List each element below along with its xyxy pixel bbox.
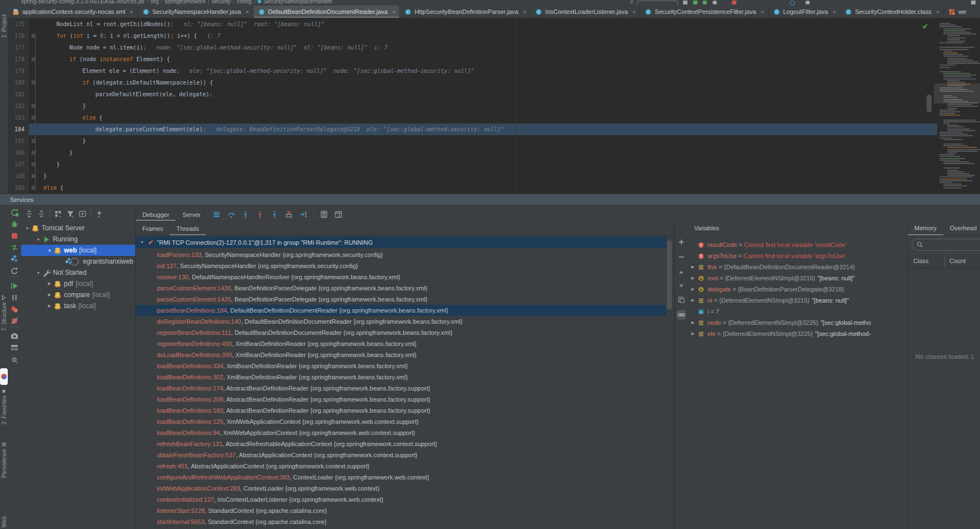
tree-item-not-started[interactable]: ▼Not Started — [21, 267, 135, 278]
code-line[interactable]: } — [29, 147, 937, 159]
code-line[interactable]: } — [29, 135, 937, 147]
code-line[interactable]: if (node instanceof Element) { — [29, 53, 937, 65]
editor-tab[interactable]: CSecurityNamespaceHandler.java× — [138, 6, 254, 18]
step-into-button[interactable] — [240, 210, 252, 220]
code-minimap[interactable] — [937, 18, 980, 194]
stack-frame-row[interactable]: refreshBeanFactory:131, AbstractRefresha… — [136, 438, 666, 449]
resume-button[interactable] — [10, 281, 19, 290]
fold-marker-icon[interactable] — [32, 81, 36, 85]
step-over-button[interactable] — [225, 210, 237, 220]
stack-frame-row[interactable]: initWebApplicationContext:283, ContextLo… — [136, 483, 666, 494]
frames-scrollbar-thumb[interactable] — [667, 240, 672, 309]
inspections-ok-icon[interactable]: ✔ — [922, 22, 928, 31]
code-line[interactable]: else { — [29, 112, 937, 123]
memory-column-headers[interactable]: ClassCount — [908, 253, 980, 269]
chevron-down-icon[interactable]: ▼ — [47, 249, 52, 253]
hide-windows-icon[interactable] — [971, 1, 976, 4]
collapse-all-button[interactable] — [37, 210, 46, 218]
run-icon[interactable] — [693, 1, 697, 4]
stop-icon[interactable] — [732, 1, 736, 4]
drop-frame-button[interactable] — [283, 210, 295, 220]
code-line[interactable]: Element ele = (Element) node;ele: "[sec:… — [29, 65, 937, 77]
add-watch-button[interactable] — [677, 238, 686, 246]
tree-item-compare[interactable]: ▶compare[local] — [21, 289, 135, 300]
chevron-right-icon[interactable]: ▶ — [691, 276, 696, 280]
filter-button[interactable] — [66, 210, 75, 218]
column-header-count[interactable]: Count — [949, 258, 966, 264]
move-up-button[interactable] — [677, 268, 686, 276]
editor-tab[interactable]: CSecurityContextHolder.class× — [840, 6, 944, 18]
stripe-item-persistence[interactable]: Persistence — [0, 442, 8, 478]
stack-frame-row[interactable]: refresh:451, AbstractApplicationContext … — [136, 461, 666, 472]
breadcrumb[interactable]: spring-security-config-3.1.0.RELEASE-sou… — [21, 0, 333, 4]
coverage-icon[interactable] — [712, 1, 717, 4]
fold-marker-icon[interactable] — [32, 162, 36, 166]
fold-marker-icon[interactable] — [32, 151, 36, 155]
editor-code-area[interactable]: NodeList nl = root.getChildNodes();nl: "… — [29, 18, 937, 194]
chevron-right-icon[interactable]: ▶ — [47, 281, 52, 286]
breadcrumb-segment[interactable]: security — [211, 0, 230, 4]
stack-frame-row[interactable]: listenerStart:5128, StandardContext {org… — [136, 505, 666, 516]
load-classes-link[interactable]: L — [971, 353, 974, 360]
stack-frame-row[interactable]: loadBeanDefinitions:94, XmlWebApplicatio… — [136, 427, 666, 438]
stack-frame-row[interactable]: loadBeanDefinitions:302, XmlBeanDefiniti… — [136, 372, 666, 383]
group-by-button[interactable] — [54, 210, 62, 218]
build-hammer-icon[interactable] — [683, 1, 687, 4]
step-out-button[interactable] — [269, 210, 281, 220]
stack-frame-row[interactable]: contextInitialized:127, IrisContextLoade… — [136, 494, 666, 505]
variable-row-this[interactable]: ▶this={DefaultBeanDefinitionDocumentRead… — [687, 261, 907, 273]
stack-frame-row[interactable]: parseCustomElement:1425, BeanDefinitionP… — [136, 294, 666, 305]
hamburger-button[interactable] — [211, 210, 223, 220]
breadcrumb-segment[interactable]: org — [151, 0, 159, 4]
run-to-cursor-button[interactable] — [298, 210, 310, 220]
tab-memory[interactable]: Memory — [908, 221, 943, 235]
chevron-right-icon[interactable]: ▶ — [47, 304, 52, 308]
stack-frame-row[interactable]: loadBeanDefinitions:180, AbstractBeanDef… — [136, 405, 666, 416]
variable-row-nl[interactable]: ▶nl={DeferredElementNSImpl@3215}"[beans:… — [687, 295, 907, 306]
tree-item-task[interactable]: ▶task[local] — [21, 300, 135, 312]
memory-search-field[interactable] — [912, 239, 980, 251]
chevron-down-icon[interactable]: ▼ — [24, 226, 30, 230]
tree-item-tomcat-server[interactable]: ▼Tomcat Server — [21, 223, 135, 234]
fold-marker-icon[interactable] — [32, 104, 36, 108]
stack-frame-row[interactable]: resolve:130, DefaultNamespaceHandlerReso… — [136, 271, 666, 283]
tab-server[interactable]: Server — [176, 208, 207, 221]
code-line[interactable]: } — [29, 170, 937, 182]
breadcrumb-segment[interactable]: config — [237, 0, 252, 4]
tab-threads[interactable]: Threads — [170, 221, 205, 235]
tab-debugger[interactable]: Debugger — [136, 208, 176, 221]
breadcrumb-leaf[interactable]: SecurityNamespaceHandler — [263, 0, 333, 4]
chevron-right-icon[interactable]: ▶ — [691, 265, 696, 269]
close-icon[interactable]: × — [936, 8, 939, 15]
pause-button[interactable] — [10, 293, 19, 302]
camera-button[interactable] — [10, 332, 19, 340]
close-icon[interactable]: × — [523, 8, 526, 15]
fold-marker-icon[interactable] — [32, 34, 36, 38]
tree-item-web[interactable]: ▼web[local] — [21, 245, 135, 256]
expand-all-button[interactable] — [25, 210, 33, 218]
fold-marker-icon[interactable] — [32, 174, 36, 178]
stack-frame-row[interactable]: configureAndRefreshWebApplicationContext… — [136, 472, 666, 483]
variable-row-resultCode[interactable]: resultCode=Cannot find local variable 'r… — [687, 239, 907, 250]
close-icon[interactable]: × — [392, 8, 395, 15]
chevron-down-icon[interactable]: ▼ — [36, 238, 41, 241]
chevron-down-icon[interactable]: ▼ — [36, 271, 41, 275]
variable-row-root[interactable]: ▶proot={DeferredElementNSImpl@3215}"[bea… — [687, 273, 907, 284]
close-icon[interactable]: × — [632, 8, 636, 15]
add-frame-button[interactable] — [78, 210, 87, 218]
variable-row-argsToUse[interactable]: argsToUse=Cannot find local variable 'ar… — [687, 250, 907, 261]
stripe-item-favorites[interactable]: 2: Favorites — [0, 388, 8, 424]
fold-marker-icon[interactable] — [32, 186, 36, 190]
tree-item-pdf[interactable]: ▶pdf[local] — [21, 278, 135, 289]
stack-frame-row[interactable]: loadBeanDefinitions:334, XmlBeanDefiniti… — [136, 360, 666, 372]
close-icon[interactable]: × — [833, 8, 836, 15]
force-step-into-button[interactable] — [254, 210, 266, 220]
variable-row-delegate[interactable]: ▶pdelegate={BeanDefinitionParserDelegate… — [687, 284, 907, 295]
debug-button[interactable] — [10, 220, 19, 229]
chevron-right-icon[interactable]: ▶ — [691, 332, 696, 336]
editor-tab[interactable]: CIrisContextLoaderListener.java× — [531, 6, 640, 18]
breadcrumb-segment[interactable]: spring-security-config-3.1.0.RELEASE-sou… — [21, 0, 145, 4]
code-line[interactable]: delegate.parseCustomElement(ele);delegat… — [29, 123, 937, 135]
code-line[interactable]: } — [29, 100, 937, 112]
stack-frame-row[interactable]: startInternal:5653, StandardContext {org… — [136, 516, 666, 527]
